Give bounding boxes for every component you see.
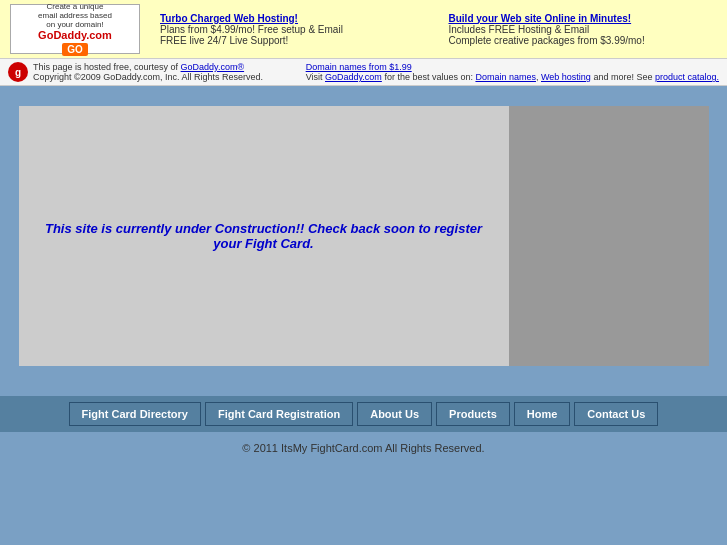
godaddy-ad-box[interactable]: Create a unique email address based on y… — [10, 4, 140, 54]
godaddy-bar-text: This page is hosted free, courtesy of Go… — [33, 62, 263, 82]
right-panel — [509, 106, 709, 366]
godaddy-brand: GoDaddy.com — [38, 29, 112, 41]
products-button[interactable]: Products — [436, 402, 510, 426]
about-us-button[interactable]: About Us — [357, 402, 432, 426]
godaddy-bar-right: Domain names from $1.99 Visit GoDaddy.co… — [306, 62, 719, 82]
turbo-hosting-link[interactable]: Turbo Charged Web Hosting! — [160, 13, 298, 24]
top-banner: Create a unique email address based on y… — [0, 0, 727, 59]
main-content: This site is currently under Constructio… — [0, 86, 727, 396]
web-hosting-link[interactable]: Web hosting — [541, 72, 591, 82]
fight-card-directory-button[interactable]: Fight Card Directory — [69, 402, 201, 426]
godaddy-icon: g — [8, 62, 28, 82]
right-ad-line2: Complete creative packages from $3.99/mo… — [449, 35, 718, 46]
construction-message: This site is currently under Constructio… — [39, 221, 489, 251]
hosted-text: This page is hosted free, courtesy of — [33, 62, 178, 72]
godaddy-bar-left: g This page is hosted free, courtesy of … — [8, 62, 263, 82]
domain-link[interactable]: Domain names — [475, 72, 536, 82]
and-more-text: and more! See — [593, 72, 652, 82]
ad-box-text3: on your domain! — [38, 20, 112, 29]
nav-bar: Fight Card Directory Fight Card Registra… — [0, 396, 727, 432]
footer: © 2011 ItsMy FightCard.com All Rights Re… — [0, 432, 727, 464]
for-best-text: for the best values on: — [384, 72, 473, 82]
home-button[interactable]: Home — [514, 402, 571, 426]
right-ad-line1: Includes FREE Hosting & Email — [449, 24, 718, 35]
mid-ad-line2: FREE live 24/7 Live Support! — [160, 35, 429, 46]
left-panel: This site is currently under Constructio… — [19, 106, 509, 366]
domain-names-price-link[interactable]: Domain names from $1.99 — [306, 62, 412, 72]
content-wrapper: This site is currently under Constructio… — [19, 106, 709, 366]
ad-box-text: Create a unique — [38, 2, 112, 11]
footer-text: © 2011 ItsMy FightCard.com All Rights Re… — [242, 442, 484, 454]
product-catalog-link[interactable]: product catalog. — [655, 72, 719, 82]
godaddy-link[interactable]: GoDaddy.com® — [181, 62, 245, 72]
godaddy-go-button[interactable]: GO — [62, 43, 88, 56]
mid-ad: Turbo Charged Web Hosting! Plans from $4… — [160, 13, 429, 46]
ad-box-text2: email address based — [38, 11, 112, 20]
godaddy-visit-link[interactable]: GoDaddy.com — [325, 72, 382, 82]
right-ad: Build your Web site Online in Minutes! I… — [449, 13, 718, 46]
fight-card-registration-button[interactable]: Fight Card Registration — [205, 402, 353, 426]
copyright-text: Copyright ©2009 GoDaddy.com, Inc. All Ri… — [33, 72, 263, 82]
godaddy-bar: g This page is hosted free, courtesy of … — [0, 59, 727, 86]
build-website-link[interactable]: Build your Web site Online in Minutes! — [449, 13, 632, 24]
mid-ad-line1: Plans from $4.99/mo! Free setup & Email — [160, 24, 429, 35]
contact-us-button[interactable]: Contact Us — [574, 402, 658, 426]
visit-text: Visit — [306, 72, 323, 82]
